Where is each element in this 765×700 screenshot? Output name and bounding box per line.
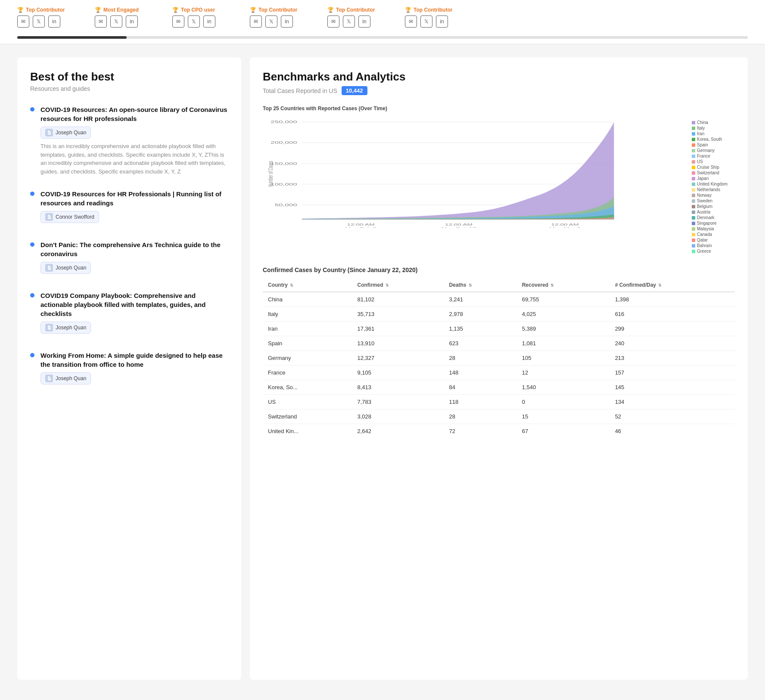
resource-item-0: COVID-19 Resources: An open-source libra… <box>30 105 228 176</box>
table-cell-2-1: 17,361 <box>352 322 444 336</box>
legend-item-19: Malaysia <box>692 226 735 231</box>
social-icon-2[interactable]: in <box>358 15 370 28</box>
sort-icon: ⇅ <box>658 283 662 288</box>
table-row: Iran17,3611,1355,389299 <box>263 322 735 336</box>
table-cell-9-4: 46 <box>610 424 735 439</box>
legend-dot <box>692 132 695 136</box>
social-icons-0: ✉𝕏in <box>17 15 60 28</box>
table-cell-5-3: 12 <box>517 365 610 380</box>
social-icon-2[interactable]: in <box>203 15 215 28</box>
table-row: United Kin...2,642726746 <box>263 424 735 439</box>
legend-item-5: Germany <box>692 148 735 153</box>
table-cell-7-4: 134 <box>610 395 735 409</box>
author-tag-3[interactable]: 📄Joseph Quan <box>40 322 91 334</box>
author-tag-1[interactable]: 📄Connor Swofford <box>40 211 99 223</box>
social-icon-0[interactable]: ✉ <box>172 15 184 28</box>
legend-dot <box>692 143 695 147</box>
table-cell-6-0: Korea, So... <box>263 380 352 395</box>
social-icon-1[interactable]: 𝕏 <box>33 15 45 28</box>
chart-container: 250,000 200,000 150,000 100,000 50,000 <box>263 116 735 254</box>
bullet-dot <box>30 192 34 196</box>
contributors-row: 🏆Top Contributor✉𝕏in🏆Most Engaged✉𝕏in🏆To… <box>17 7 748 33</box>
legend-dot <box>692 149 695 152</box>
author-icon: 📄 <box>45 375 53 382</box>
main-content: Best of the best Resources and guides CO… <box>0 44 765 693</box>
legend-item-9: Switzerland <box>692 170 735 175</box>
social-icon-0[interactable]: ✉ <box>405 15 417 28</box>
table-row: US7,7831180134 <box>263 395 735 409</box>
table-row: China81,1023,24169,7551,398 <box>263 292 735 307</box>
legend-label-13: Norway <box>697 193 712 198</box>
legend-item-2: Iran <box>692 131 735 136</box>
legend-item-18: Singapore <box>692 221 735 226</box>
author-name-2: Joseph Quan <box>56 265 86 271</box>
table-cell-1-1: 35,713 <box>352 307 444 322</box>
table-header-1[interactable]: Confirmed ⇅ <box>352 279 444 292</box>
table-header-2[interactable]: Deaths ⇅ <box>444 279 516 292</box>
table-cell-6-1: 8,413 <box>352 380 444 395</box>
resource-item-2: Don't Panic: The comprehensive Ars Techn… <box>30 240 228 277</box>
trophy-icon: 🏆 <box>250 7 256 13</box>
table-cell-9-1: 2,642 <box>352 424 444 439</box>
resource-content-1: COVID-19 Resources for HR Professionals … <box>40 189 228 226</box>
legend-item-13: Norway <box>692 193 735 198</box>
legend-item-7: US <box>692 159 735 164</box>
social-icon-2[interactable]: in <box>48 15 60 28</box>
resource-desc-0: This is an incredibly comprehensive and … <box>40 142 228 176</box>
resource-title-2: Don't Panic: The comprehensive Ars Techn… <box>40 240 228 258</box>
resource-title-0: COVID-19 Resources: An open-source libra… <box>40 105 228 123</box>
author-tag-2[interactable]: 📄Joseph Quan <box>40 262 91 274</box>
social-icon-1[interactable]: 𝕏 <box>265 15 277 28</box>
table-cell-0-0: China <box>263 292 352 307</box>
legend-label-16: Austria <box>697 210 710 214</box>
data-table: Country ⇅Confirmed ⇅Deaths ⇅Recovered ⇅#… <box>263 279 735 438</box>
table-cell-4-0: Germany <box>263 351 352 365</box>
table-header-3[interactable]: Recovered ⇅ <box>517 279 610 292</box>
contributor-label-1: Most Engaged <box>103 7 139 13</box>
legend-item-8: Cruise Ship <box>692 165 735 170</box>
author-icon: 📄 <box>45 129 53 136</box>
resource-item-4: Working From Home: A simple guide design… <box>30 351 228 388</box>
resource-content-3: COVID19 Company Playbook: Comprehensive … <box>40 291 228 337</box>
author-icon: 📄 <box>45 213 53 221</box>
author-tag-4[interactable]: 📄Joseph Quan <box>40 372 91 384</box>
legend-dot <box>692 238 695 242</box>
social-icon-1[interactable]: 𝕏 <box>110 15 122 28</box>
legend-label-19: Malaysia <box>697 226 714 231</box>
author-tag-0[interactable]: 📄Joseph Quan <box>40 127 91 139</box>
table-cell-8-0: Switzerland <box>263 409 352 424</box>
social-icon-2[interactable]: in <box>436 15 448 28</box>
social-icon-0[interactable]: ✉ <box>250 15 262 28</box>
social-icon-0[interactable]: ✉ <box>17 15 29 28</box>
legend-dot <box>692 244 695 248</box>
legend-label-14: Sweden <box>697 198 712 203</box>
table-header-0[interactable]: Country ⇅ <box>263 279 352 292</box>
resource-item-3: COVID19 Company Playbook: Comprehensive … <box>30 291 228 337</box>
legend-dot <box>692 250 695 253</box>
social-icon-2[interactable]: in <box>281 15 293 28</box>
right-panel: Benchmarks and Analytics Total Cases Rep… <box>250 57 748 680</box>
legend-label-22: Bahrain <box>697 243 712 248</box>
table-cell-1-2: 2,978 <box>444 307 516 322</box>
legend-item-23: Greece <box>692 249 735 254</box>
sort-icon: ⇅ <box>290 283 293 288</box>
table-header-4[interactable]: # Confirmed/Day ⇅ <box>610 279 735 292</box>
legend-dot <box>692 155 695 158</box>
legend-dot <box>692 160 695 164</box>
table-body: China81,1023,24169,7551,398Italy35,7132,… <box>263 292 735 438</box>
social-icon-0[interactable]: ✉ <box>95 15 107 28</box>
legend-label-20: Canada <box>697 232 712 237</box>
social-icon-1[interactable]: 𝕏 <box>420 15 432 28</box>
author-icon: 📄 <box>45 324 53 331</box>
social-icon-1[interactable]: 𝕏 <box>188 15 200 28</box>
legend-dot <box>692 199 695 203</box>
contributor-badge-5: 🏆Top Contributor <box>405 7 452 13</box>
total-cases-label: Total Cases Reported in US <box>263 87 337 94</box>
social-icons-3: ✉𝕏in <box>250 15 293 28</box>
legend-label-21: Qatar <box>697 238 708 242</box>
table-cell-1-4: 616 <box>610 307 735 322</box>
social-icon-0[interactable]: ✉ <box>327 15 339 28</box>
social-icon-2[interactable]: in <box>126 15 138 28</box>
table-row: France9,10514812157 <box>263 365 735 380</box>
social-icon-1[interactable]: 𝕏 <box>343 15 355 28</box>
